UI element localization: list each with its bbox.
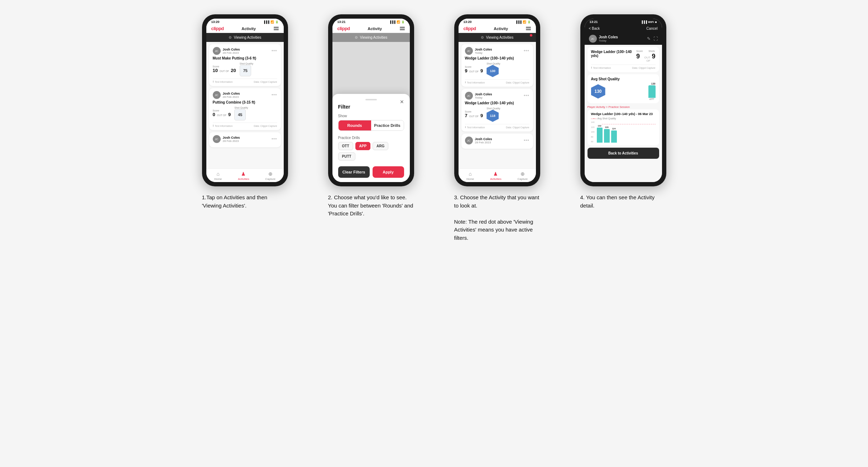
user-info-3-3: Josh Coles 28 Feb 2023 [475, 137, 492, 144]
nav-home-3[interactable]: ⌂ Home [466, 171, 474, 181]
caption-4: 4. You can then see the Activity detail. [580, 194, 666, 210]
phone-column-3: 13:20 ▐▐▐ 📶 🔋 clippd Activity [440, 14, 555, 242]
score-label-3-1: Score [465, 66, 483, 68]
avatar-3-1: JC [465, 47, 473, 55]
avatar-4: JC [589, 35, 597, 43]
menu-icon-2[interactable] [400, 27, 405, 30]
card-title-3-1: Wedge Ladder (100–140 yds) [465, 56, 529, 60]
filter-chip-arg[interactable]: ARG [373, 142, 388, 150]
more-dots-3-2[interactable]: ••• [524, 93, 529, 98]
back-button-4[interactable]: < Back [589, 27, 600, 30]
card-header-3-2: JC Josh Coles Today ••• [465, 92, 529, 100]
home-label-1: Home [214, 177, 222, 181]
clear-filters-btn[interactable]: Clear Filters [338, 166, 370, 178]
avatar-1: JC [213, 47, 221, 55]
activity-card-3[interactable]: JC Josh Coles 28 Feb 2023 ••• [209, 132, 281, 147]
card-title-3-2: Wedge Ladder (100–140 yds) [465, 101, 529, 105]
user-date-3-2: Today [475, 96, 492, 99]
viewing-bar-3[interactable]: ⚙ Viewing Activities [459, 33, 536, 42]
user-name-3-2: Josh Coles [475, 92, 492, 96]
card-user-2: JC Josh Coles 28 Feb 2023 [213, 91, 240, 99]
nav-activities-1[interactable]: ♟ Activities [238, 171, 249, 181]
status-icons-2: ▐▐▐ 📶 🔋 [389, 20, 404, 24]
filter-chip-ott[interactable]: OTT [338, 142, 353, 150]
test-info-2: ℹ Test Information [213, 124, 233, 127]
activity-card-3-1[interactable]: JC Josh Coles Today ••• Wedge Ladder (10… [461, 44, 533, 87]
viewing-bar-1[interactable]: ⚙ Viewing Activities [206, 33, 284, 42]
test-info-3-1: ℹ Test Information [465, 81, 485, 84]
bar-val-1: 132 [598, 125, 601, 127]
phone-1: 13:20 ▐▐▐ 📶 🔋 clippd Activity [202, 14, 288, 186]
activities-label-1: Activities [238, 177, 249, 181]
card-stats-3-2: Score 7 OUT OF 9 Shot Quality 1 [465, 107, 529, 122]
nav-home-1[interactable]: ⌂ Home [214, 171, 222, 181]
filter-chip-app[interactable]: APP [355, 142, 371, 150]
filter-close-icon[interactable]: ✕ [400, 99, 404, 105]
back-to-activities-btn[interactable]: Back to Activities [588, 148, 659, 159]
shots-val-3-2: 9 [480, 113, 483, 119]
viewing-bar-2[interactable]: ⚙ Viewing Activities [332, 33, 410, 42]
capture-label-3: Capture [518, 177, 528, 181]
status-icons-1: ▐▐▐ 📶 🔋 [263, 20, 278, 24]
phone-screen-3: 13:20 ▐▐▐ 📶 🔋 clippd Activity [459, 19, 536, 182]
more-dots-3[interactable]: ••• [272, 137, 277, 142]
filter-rounds-btn[interactable]: Rounds [339, 120, 371, 130]
nav-capture-3[interactable]: ⊕ Capture [518, 171, 528, 181]
user-name-3-1: Josh Coles [475, 48, 492, 51]
bar-val-2: 129 [605, 126, 609, 128]
more-dots-3-3[interactable]: ••• [524, 138, 529, 143]
cancel-button-4[interactable]: Cancel [646, 27, 657, 30]
bar-col-2: 129 [604, 126, 610, 143]
outof-1: OUT OF [220, 70, 229, 72]
more-dots-3-1[interactable]: ••• [524, 48, 529, 53]
chart-bars: APP [648, 85, 656, 100]
score-block-3-1: Score 9 OUT OF 9 [465, 66, 483, 74]
avg-shot-quality-card: Avg Shot Quality 130 130 [588, 74, 659, 103]
apply-btn[interactable]: Apply [373, 166, 404, 178]
more-dots-2[interactable]: ••• [272, 92, 277, 97]
nav-title-3: Activity [494, 27, 508, 31]
activity-card-1[interactable]: JC Josh Coles 28 Feb 2023 ••• Must Make … [209, 44, 281, 86]
activity-card-2[interactable]: JC Josh Coles 28 Feb 2023 ••• Putting Co… [209, 88, 281, 130]
activity-card-3-3[interactable]: JC Josh Coles 28 Feb 2023 ••• [461, 134, 533, 149]
activity-card-3-2[interactable]: JC Josh Coles Today ••• Wedge Ladder (10… [461, 89, 533, 132]
edit-icon-4[interactable]: ✎ [647, 36, 651, 41]
score-block-1: Score 10 OUT OF 20 [213, 65, 236, 73]
test-info-4: ℹ Test Information [591, 66, 611, 69]
filter-chip-putt[interactable]: PUTT [338, 152, 355, 161]
avg-sq-chart: 130 APP [608, 82, 656, 100]
nav-activities-3[interactable]: ♟ Activities [490, 171, 502, 181]
outof-4: OUT OF [641, 56, 651, 62]
filter-drills-btn[interactable]: Practice Drills [371, 120, 404, 130]
scroll-area-1: JC Josh Coles 28 Feb 2023 ••• Must Make … [206, 42, 284, 168]
detail-main-card: Wedge Ladder (100–140 yds) Score Shots 9… [588, 47, 659, 72]
user-date-3: 28 Feb 2023 [223, 139, 240, 143]
user-info-3: Josh Coles 28 Feb 2023 [223, 136, 240, 143]
home-icon-3: ⌂ [469, 171, 471, 177]
filter-handle [365, 99, 377, 100]
nav-bar-2: clippd Activity [332, 24, 410, 33]
nav-capture-1[interactable]: ⊕ Capture [265, 171, 275, 181]
card-header-3: JC Josh Coles 28 Feb 2023 ••• [213, 135, 277, 143]
caption-3: 3. Choose the Activity that you want to … [454, 194, 540, 242]
score-row-3-2: 7 OUT OF 9 [465, 113, 483, 119]
logo-2: clippd [337, 26, 350, 31]
menu-icon-1[interactable] [274, 27, 279, 30]
card-user-3-2: JC Josh Coles Today [465, 92, 492, 100]
menu-icon-3[interactable] [526, 27, 531, 30]
scroll-area-3: JC Josh Coles Today ••• Wedge Ladder (10… [459, 42, 536, 168]
chart-bar-col: APP [648, 85, 656, 100]
more-dots-1[interactable]: ••• [272, 48, 277, 53]
user-info-3-1: Josh Coles Today [475, 48, 492, 54]
detail-score-col: Score Shots 9 OUT OF 9 [636, 50, 656, 62]
battery-icon-3: 🔋 [527, 20, 531, 24]
user-date-3-1: Today [475, 51, 492, 54]
sq-label-2: Shot Quality [234, 106, 248, 109]
score-val-2: 0 [213, 112, 215, 118]
user-info-2: Josh Coles 28 Feb 2023 [223, 92, 240, 99]
user-name-1: Josh Coles [223, 48, 240, 51]
detail-user-name: Josh Coles [599, 35, 618, 39]
sq-badge-1: 75 [240, 65, 251, 76]
chart-area: Wedge Ladder (100–140 yds) - 06 Mar 23 —… [588, 109, 659, 146]
expand-icon-4[interactable]: ⛶ [653, 36, 658, 41]
